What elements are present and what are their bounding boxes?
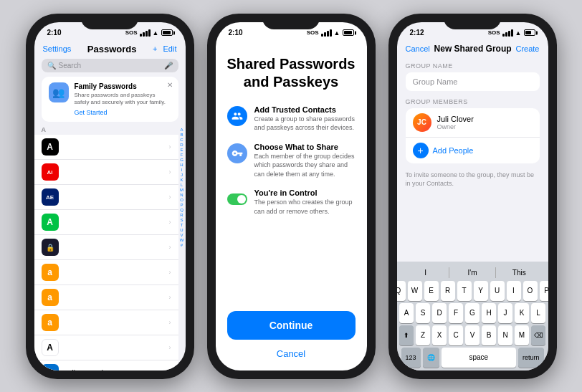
family-desc: Share passwords and passkeys safely and … (75, 92, 171, 107)
edit-button-1[interactable]: Edit (163, 44, 177, 53)
index-I[interactable]: I (181, 168, 183, 172)
index-R[interactable]: R (180, 213, 183, 217)
key-p[interactable]: P (540, 281, 548, 301)
suggestion-im[interactable]: I'm (449, 267, 496, 278)
index-U[interactable]: U (180, 228, 183, 232)
suggestion-i[interactable]: I (403, 267, 449, 278)
key-h[interactable]: H (482, 303, 496, 323)
app-icon-1: Ai (42, 163, 59, 181)
list-item[interactable]: 🔒 › (34, 235, 178, 260)
time-2: 2:10 (229, 29, 243, 37)
index-V[interactable]: V (180, 233, 183, 237)
index-D[interactable]: D (180, 143, 183, 147)
key-b[interactable]: B (482, 325, 496, 345)
search-placeholder-1: Search (59, 62, 161, 70)
key-r[interactable]: R (441, 281, 455, 301)
carrier-2: SOS (307, 29, 319, 36)
list-item[interactable]: a › (34, 285, 178, 310)
close-icon-1[interactable]: ✕ (167, 81, 173, 89)
family-link[interactable]: Get Started (75, 109, 171, 116)
list-item[interactable]: A › (34, 135, 178, 160)
index-J[interactable]: J (181, 173, 183, 177)
chevron-icon-1: › (169, 168, 171, 176)
key-k[interactable]: K (515, 303, 529, 323)
index-S[interactable]: S (180, 218, 183, 222)
key-v[interactable]: V (465, 325, 480, 345)
member-role: Owner (437, 123, 474, 130)
index-F[interactable]: F (181, 153, 183, 157)
group-members-label: GROUP MEMBERS (406, 98, 540, 105)
index-H[interactable]: H (180, 163, 183, 167)
index-C[interactable]: C (180, 138, 183, 142)
list-item[interactable]: Ai › (34, 160, 178, 185)
key-n[interactable]: N (498, 325, 512, 345)
key-y[interactable]: Y (474, 281, 488, 301)
index-T[interactable]: T (181, 223, 183, 227)
signal-3 (502, 29, 513, 37)
index-P[interactable]: P (180, 203, 183, 207)
family-card: 👥 Family Passwords Share passwords and p… (42, 77, 178, 123)
key-j[interactable]: J (498, 303, 512, 323)
plus-icon: + (413, 143, 429, 158)
numbers-key[interactable]: 123 (401, 348, 421, 368)
add-people-row[interactable]: + Add People (406, 138, 540, 163)
index-O[interactable]: O (180, 198, 183, 202)
back-button-1[interactable]: Settings (43, 44, 72, 53)
key-u[interactable]: U (490, 281, 505, 301)
wifi-icon-1: ▲ (153, 29, 159, 37)
suggestion-row: I I'm This (400, 266, 545, 281)
list-item-amex[interactable]: AE online.americanexpress.com › (34, 360, 178, 370)
index-Q[interactable]: Q (180, 208, 183, 212)
shift-key[interactable]: ⬆ (399, 325, 414, 345)
add-button-1[interactable]: + (153, 44, 157, 53)
key-x[interactable]: X (432, 325, 447, 345)
index-M[interactable]: M (180, 188, 183, 192)
phone-2-screen: 2:10 SOS ▲ Shared Passwords and Passkeys (216, 22, 367, 371)
list-item[interactable]: AE › (34, 185, 178, 210)
key-w[interactable]: W (408, 281, 422, 301)
index-G[interactable]: G (180, 158, 183, 162)
return-key[interactable]: return (518, 348, 544, 368)
key-l[interactable]: L (531, 303, 545, 323)
cancel-link[interactable]: Cancel (274, 345, 308, 362)
list-item[interactable]: a › (34, 310, 178, 335)
list-item[interactable]: A › (34, 210, 178, 235)
key-s[interactable]: S (416, 303, 430, 323)
list-item[interactable]: A › (34, 335, 178, 360)
member-name: Juli Clover (437, 115, 474, 123)
index-hash[interactable]: # (181, 243, 183, 247)
cancel-button-3[interactable]: Cancel (406, 44, 430, 53)
continue-button[interactable]: Continue (227, 311, 356, 340)
suggestion-this[interactable]: This (496, 267, 542, 278)
index-A[interactable]: A (180, 128, 183, 132)
key-z[interactable]: Z (416, 325, 430, 345)
carrier-3: SOS (488, 29, 500, 36)
key-g[interactable]: G (465, 303, 480, 323)
index-L[interactable]: L (181, 183, 183, 187)
spacer-3 (397, 193, 548, 262)
key-i[interactable]: I (507, 281, 521, 301)
wifi-icon-2: ▲ (334, 29, 340, 37)
index-B[interactable]: B (180, 133, 183, 137)
delete-key[interactable]: ⌫ (531, 325, 545, 345)
list-item[interactable]: a › (34, 260, 178, 285)
key-t[interactable]: T (457, 281, 472, 301)
index-K[interactable]: K (180, 178, 183, 182)
key-o[interactable]: O (523, 281, 538, 301)
space-key[interactable]: space (442, 348, 516, 368)
group-name-input[interactable]: Group Name (406, 72, 540, 91)
key-f[interactable]: F (449, 303, 463, 323)
key-d[interactable]: D (432, 303, 447, 323)
key-m[interactable]: M (515, 325, 529, 345)
index-N[interactable]: N (180, 193, 183, 197)
emoji-key[interactable]: 🌐 (423, 348, 439, 368)
index-E[interactable]: E (180, 148, 183, 152)
key-e[interactable]: E (424, 281, 439, 301)
create-button[interactable]: Create (515, 44, 539, 53)
index-W[interactable]: W (180, 238, 184, 242)
search-bar-1[interactable]: 🔍 Search 🎤 (42, 59, 178, 72)
feature-desc-2: Each member of the group decides which p… (254, 152, 356, 179)
key-a[interactable]: A (399, 303, 414, 323)
key-c[interactable]: C (449, 325, 463, 345)
key-q[interactable]: Q (397, 281, 406, 301)
